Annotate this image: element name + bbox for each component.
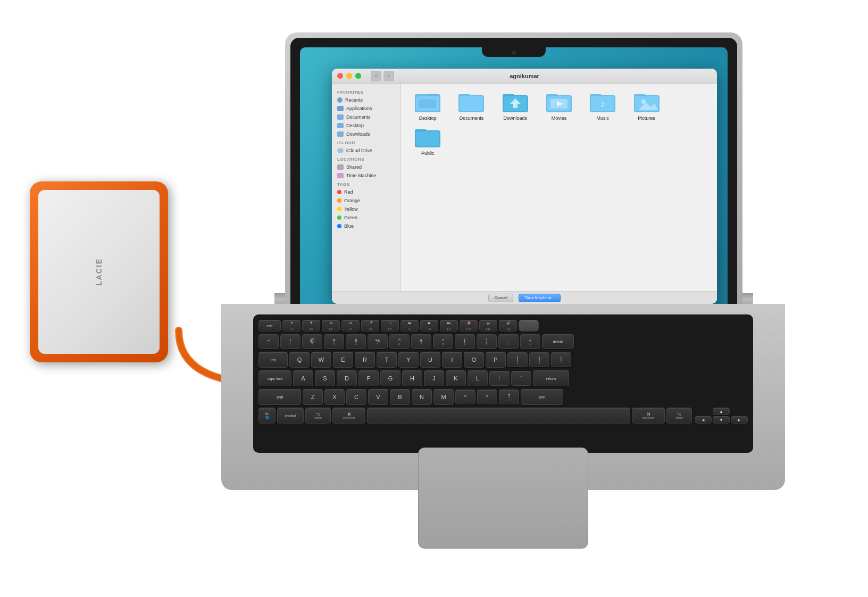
key-f1[interactable]: ☀F1 <box>282 320 301 331</box>
folder-movies[interactable]: Movies <box>540 91 578 121</box>
key-o[interactable]: O <box>464 352 484 368</box>
key-6[interactable]: ^6 <box>389 334 410 349</box>
key-h[interactable]: H <box>402 370 422 386</box>
key-semicolon[interactable]: :; <box>489 371 510 386</box>
key-power[interactable] <box>519 320 539 331</box>
key-u[interactable]: U <box>420 352 440 368</box>
key-x[interactable]: X <box>324 389 345 405</box>
sidebar-item-icloud[interactable]: iCloud Drive <box>332 146 400 155</box>
key-s[interactable]: S <box>315 370 335 386</box>
key-command-right[interactable]: ⌘command <box>632 408 665 424</box>
key-a[interactable]: A <box>293 370 313 386</box>
key-f3[interactable]: ⊞F3 <box>322 320 340 331</box>
folder-pictures[interactable]: Pictures <box>627 91 665 121</box>
key-quote[interactable]: "' <box>511 371 531 386</box>
key-arrow-up[interactable]: ▲ <box>713 408 730 415</box>
key-1[interactable]: !1 <box>280 334 301 349</box>
key-f6[interactable]: ☽F6 <box>381 320 399 331</box>
key-8[interactable]: *8 <box>433 334 453 349</box>
folder-documents[interactable]: Documents <box>452 91 490 121</box>
sidebar-item-red[interactable]: Red <box>332 188 400 196</box>
key-space[interactable] <box>367 408 630 424</box>
key-f12[interactable]: 🔊F12 <box>499 320 517 331</box>
key-j[interactable]: J <box>424 370 444 386</box>
key-m[interactable]: M <box>433 389 454 405</box>
cancel-button[interactable]: Cancel <box>488 294 513 302</box>
key-option-right[interactable]: ⌥option <box>666 408 692 424</box>
key-fn[interactable]: fn🌐 <box>258 408 276 424</box>
sidebar-item-yellow[interactable]: Yellow <box>332 205 400 213</box>
sidebar-item-applications[interactable]: Applications <box>332 104 400 113</box>
key-i[interactable]: I <box>442 352 462 368</box>
key-z[interactable]: Z <box>303 389 323 405</box>
key-2[interactable]: @2 <box>302 334 322 349</box>
key-f10[interactable]: 🔇F10 <box>460 320 478 331</box>
confirm-button[interactable]: Time Machine... <box>519 294 561 302</box>
folder-downloads[interactable]: Downloads <box>496 91 535 121</box>
key-c[interactable]: C <box>346 389 366 405</box>
key-v[interactable]: V <box>368 389 388 405</box>
sidebar-item-orange[interactable]: Orange <box>332 196 400 205</box>
maximize-button[interactable] <box>355 73 361 79</box>
key-y[interactable]: Y <box>398 352 419 368</box>
key-delete[interactable]: delete <box>542 334 574 349</box>
key-n[interactable]: N <box>412 389 432 405</box>
key-comma[interactable]: <, <box>455 389 475 404</box>
sidebar-item-desktop[interactable]: Desktop <box>332 121 400 130</box>
key-g[interactable]: G <box>380 370 400 386</box>
sidebar-item-timemachine[interactable]: Time Machine <box>332 171 400 180</box>
key-p[interactable]: P <box>486 352 506 368</box>
back-button[interactable]: ‹ <box>371 71 381 81</box>
key-backtick[interactable]: ~` <box>258 334 279 349</box>
key-f8[interactable]: ⏯F8 <box>420 320 438 331</box>
key-shift-left[interactable]: shift <box>258 389 301 405</box>
key-tab[interactable]: tab <box>258 352 288 368</box>
sidebar-item-shared[interactable]: Shared <box>332 163 400 171</box>
key-f9[interactable]: ⏭F9 <box>440 320 458 331</box>
trackpad[interactable] <box>418 447 588 549</box>
sidebar-item-blue[interactable]: Blue <box>332 222 400 230</box>
sidebar-item-downloads[interactable]: Downloads <box>332 130 400 138</box>
key-f4[interactable]: ⊟F4 <box>341 320 360 331</box>
sidebar-item-recents[interactable]: Recents <box>332 96 400 104</box>
key-shift-right[interactable]: shift <box>521 389 563 405</box>
key-d[interactable]: D <box>337 370 357 386</box>
key-f2[interactable]: ☀F2 <box>302 320 320 331</box>
key-t[interactable]: T <box>377 352 397 368</box>
key-command-left[interactable]: ⌘command <box>332 408 365 424</box>
key-l[interactable]: L <box>468 370 488 386</box>
key-slash[interactable]: ?/ <box>499 389 519 404</box>
key-bracket-open[interactable]: {[ <box>507 352 528 367</box>
key-f7[interactable]: ⏮F7 <box>400 320 419 331</box>
key-7[interactable]: &7 <box>411 334 431 349</box>
forward-button[interactable]: › <box>383 71 394 81</box>
key-4[interactable]: $4 <box>346 334 366 349</box>
key-b[interactable]: B <box>390 389 410 405</box>
key-k[interactable]: K <box>446 370 466 386</box>
key-q[interactable]: Q <box>289 352 310 368</box>
key-f5[interactable]: 🎤F5 <box>361 320 379 331</box>
key-f11[interactable]: 🔉F11 <box>479 320 497 331</box>
key-9[interactable]: (9 <box>455 334 475 349</box>
close-button[interactable] <box>337 73 343 79</box>
key-bracket-close[interactable]: }] <box>529 352 549 367</box>
key-arrow-down[interactable]: ▼ <box>713 416 730 424</box>
key-control[interactable]: control <box>277 408 304 424</box>
folder-public[interactable]: Public <box>408 126 447 156</box>
key-option-left[interactable]: ⌥option <box>305 408 331 424</box>
sidebar-item-documents[interactable]: Documents <box>332 113 400 121</box>
key-5[interactable]: %5 <box>368 334 388 349</box>
key-backslash[interactable]: |\ <box>551 352 571 367</box>
key-w[interactable]: W <box>311 352 331 368</box>
key-3[interactable]: #3 <box>324 334 344 349</box>
key-minus[interactable]: _- <box>498 334 519 349</box>
folder-music[interactable]: ♪ Music <box>583 91 622 121</box>
key-r[interactable]: R <box>355 352 375 368</box>
key-f[interactable]: F <box>358 370 379 386</box>
sidebar-item-green[interactable]: Green <box>332 213 400 222</box>
key-return[interactable]: return <box>533 370 569 386</box>
key-e[interactable]: E <box>333 352 353 368</box>
key-capslock[interactable]: caps lock <box>258 370 291 386</box>
key-esc[interactable]: esc <box>258 320 281 331</box>
folder-desktop[interactable]: Desktop <box>408 91 447 121</box>
